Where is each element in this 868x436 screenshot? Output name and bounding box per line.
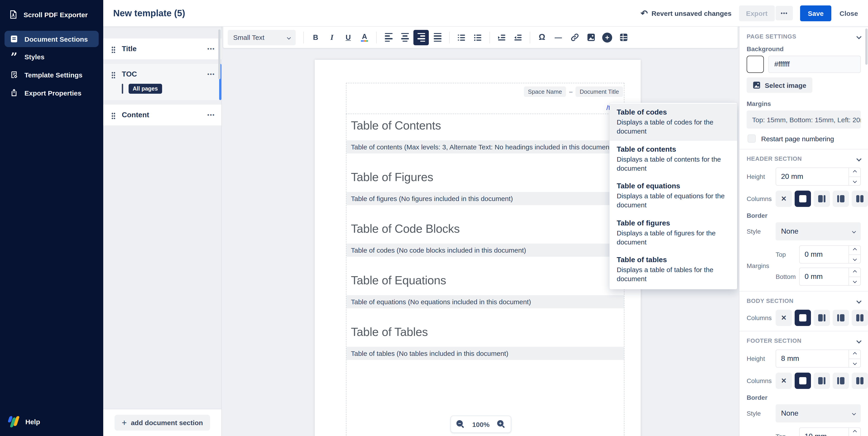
columns-two-wide-left-button[interactable] <box>814 310 830 326</box>
dropdown-item-table-of-tables[interactable]: Table of tables Displays a table of tabl… <box>610 251 737 288</box>
doc-placeholder[interactable]: Table of figures (No figures included in… <box>346 192 624 205</box>
header-height-stepper[interactable]: 20 mm <box>776 167 861 186</box>
body-section-header[interactable]: BODY SECTION <box>747 298 861 304</box>
space-name-chip[interactable]: Space Name <box>524 87 566 97</box>
sidebar-item-document-sections[interactable]: Document Sections <box>4 31 99 47</box>
footer-border-style-select[interactable]: None <box>776 404 861 423</box>
stepper-up-icon[interactable] <box>849 428 860 436</box>
insert-element-button[interactable]: + <box>599 30 615 45</box>
columns-none-button[interactable]: ✕ <box>776 191 792 207</box>
page-body-section[interactable]: Table of Contents Table of contents (Max… <box>346 114 624 436</box>
columns-two-wide-right-button[interactable] <box>833 191 849 207</box>
stepper-up-icon[interactable] <box>849 268 860 277</box>
save-button[interactable]: Save <box>800 5 831 21</box>
columns-single-button[interactable] <box>795 191 811 207</box>
columns-none-button[interactable]: ✕ <box>776 310 792 326</box>
page-header-section[interactable]: Space Name – Document Title /table <box>346 83 624 114</box>
columns-two-wide-right-button[interactable] <box>833 310 849 326</box>
stepper-up-icon[interactable] <box>849 168 860 177</box>
header-margin-bottom-stepper[interactable]: 0 mm <box>799 268 861 286</box>
drag-handle-icon[interactable] <box>112 46 116 53</box>
dropdown-item-table-of-equations[interactable]: Table of equations Displays a table of e… <box>610 178 737 214</box>
page-margins-field[interactable]: Top: 15mm, Bottom: 15mm, Left: 20mm,… <box>747 111 861 129</box>
header-border-style-select[interactable]: None <box>776 222 861 241</box>
columns-single-button[interactable] <box>795 310 811 326</box>
align-center-button[interactable] <box>397 30 412 45</box>
stepper-down-icon[interactable] <box>849 177 860 185</box>
columns-single-button[interactable] <box>795 373 811 389</box>
footer-margin-top-stepper[interactable]: 10 mm <box>799 427 861 436</box>
special-character-button[interactable]: Ω <box>534 30 550 45</box>
section-menu-icon[interactable]: ••• <box>207 111 215 118</box>
doc-heading[interactable]: Table of Tables <box>346 325 624 339</box>
doc-heading[interactable]: Table of Contents <box>346 119 624 133</box>
section-card-title[interactable]: Title ••• <box>103 38 221 59</box>
italic-button[interactable]: I <box>324 30 340 45</box>
align-right-button[interactable] <box>413 30 429 45</box>
section-menu-icon[interactable]: ••• <box>207 45 215 52</box>
indent-button[interactable] <box>494 30 509 45</box>
select-image-button[interactable]: Select image <box>747 77 812 93</box>
help-button[interactable]: Help <box>0 409 103 436</box>
section-card-content[interactable]: Content ••• <box>103 104 221 125</box>
stepper-up-icon[interactable] <box>849 350 860 359</box>
text-style-select[interactable]: Small Text <box>228 30 296 45</box>
restart-numbering-row[interactable]: Restart page numbering <box>748 134 860 143</box>
sections-scrollbar[interactable] <box>218 29 220 79</box>
restart-numbering-checkbox[interactable] <box>748 134 756 143</box>
sidebar-item-export-properties[interactable]: Export Properties <box>4 85 99 101</box>
document-title-chip[interactable]: Document Title <box>576 87 623 97</box>
section-menu-icon[interactable]: ••• <box>207 70 215 77</box>
align-left-button[interactable] <box>381 30 396 45</box>
zoom-out-button[interactable]: − <box>457 420 465 428</box>
dropdown-item-table-of-figures[interactable]: Table of figures Displays a table of fig… <box>610 214 737 251</box>
more-actions-button[interactable]: ••• <box>776 6 793 20</box>
drag-handle-icon[interactable] <box>112 71 116 78</box>
footer-section-header[interactable]: FOOTER SECTION <box>747 337 861 344</box>
drag-handle-icon[interactable] <box>112 112 116 119</box>
ordered-list-button[interactable] <box>454 30 469 45</box>
stepper-up-icon[interactable] <box>849 246 860 255</box>
header-margin-top-stepper[interactable]: 0 mm <box>799 245 861 263</box>
columns-two-wide-left-button[interactable] <box>814 373 830 389</box>
doc-heading[interactable]: Table of Code Blocks <box>346 222 624 236</box>
dropdown-item-table-of-contents[interactable]: Table of contents Displays a table of co… <box>610 141 737 178</box>
justify-button[interactable] <box>430 30 445 45</box>
outdent-button[interactable] <box>510 30 526 45</box>
dropdown-item-table-of-codes[interactable]: Table of codes Displays a table of codes… <box>610 104 737 141</box>
bullet-list-button[interactable] <box>470 30 486 45</box>
zoom-in-button[interactable]: + <box>497 420 505 428</box>
columns-two-equal-button[interactable] <box>852 373 868 389</box>
doc-placeholder[interactable]: Table of codes (No code blocks included … <box>346 244 624 257</box>
revert-unsaved-button[interactable]: ↶ Revert unsaved changes <box>641 9 732 18</box>
columns-two-wide-right-button[interactable] <box>833 373 849 389</box>
stepper-down-icon[interactable] <box>849 255 860 263</box>
doc-heading[interactable]: Table of Equations <box>346 274 624 287</box>
doc-placeholder[interactable]: Table of tables (No tables included in t… <box>346 347 624 360</box>
horizontal-rule-button[interactable]: — <box>551 30 566 45</box>
footer-height-stepper[interactable]: 8 mm <box>776 349 861 368</box>
page-settings-header[interactable]: PAGE SETTINGS <box>747 33 861 40</box>
doc-placeholder[interactable]: Table of equations (No equations include… <box>346 295 624 308</box>
doc-placeholder[interactable]: Table of contents (Max levels: 3, Altern… <box>346 141 624 154</box>
doc-heading[interactable]: Table of Figures <box>346 170 624 184</box>
columns-two-wide-left-button[interactable] <box>814 191 830 207</box>
slash-command-text[interactable]: /table <box>347 104 623 112</box>
insert-table-button[interactable] <box>616 30 631 45</box>
close-button[interactable]: Close <box>839 5 859 21</box>
background-color-swatch[interactable] <box>747 56 764 73</box>
columns-two-equal-button[interactable] <box>852 191 868 207</box>
sidebar-item-template-settings[interactable]: Template Settings <box>4 67 99 83</box>
export-button[interactable]: Export <box>739 5 775 21</box>
background-hex-input[interactable] <box>768 56 861 73</box>
underline-button[interactable]: U <box>341 30 356 45</box>
columns-none-button[interactable]: ✕ <box>776 373 792 389</box>
settings-scrollbar[interactable] <box>865 29 868 65</box>
stepper-down-icon[interactable] <box>849 359 860 367</box>
columns-two-equal-button[interactable] <box>852 310 868 326</box>
text-color-button[interactable]: A <box>357 30 372 45</box>
header-section-header[interactable]: HEADER SECTION <box>747 155 861 162</box>
link-button[interactable] <box>567 30 582 45</box>
bold-button[interactable]: B <box>308 30 323 45</box>
document-page[interactable]: Space Name – Document Title /table Table… <box>315 60 641 436</box>
